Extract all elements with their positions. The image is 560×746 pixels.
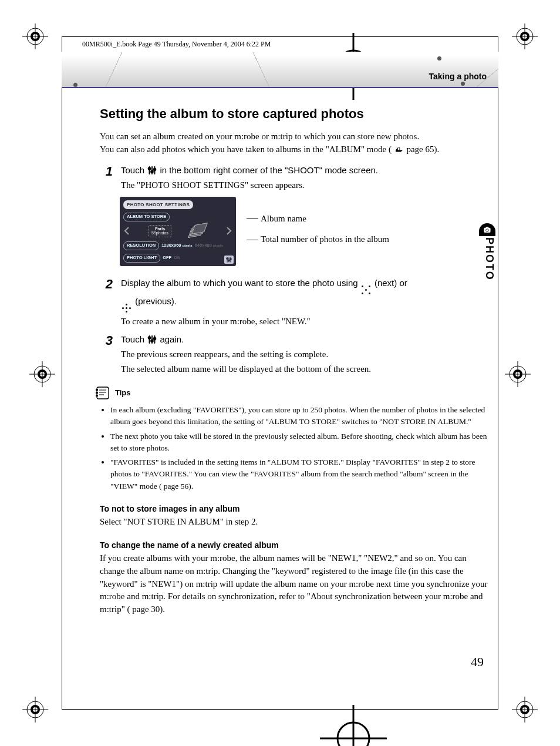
device-resolution-label: RESOLUTION <box>123 241 159 250</box>
tip-item: In each album (excluding "FAVORITES"), y… <box>110 404 493 428</box>
step-text: Touch <box>121 334 147 344</box>
intro-line: page 65). <box>406 145 439 154</box>
subsection-text: Select "NOT STORE IN ALBUM" in step 2. <box>100 516 493 529</box>
device-screen: PHOTO SHOOT SETTINGS ALBUM TO STORE Pari… <box>120 197 236 266</box>
intro-text: You can set an album created on your m:r… <box>100 130 493 156</box>
registration-mark-icon <box>505 361 531 387</box>
subsection-text: If you create albums with your m:robe, t… <box>100 552 493 616</box>
device-album-count: 55photos <box>151 231 168 236</box>
section-title: Taking a photo <box>429 72 487 81</box>
callout-album-name: Album name <box>247 213 389 226</box>
arrow-right-icon <box>225 226 232 236</box>
step-number: 2 <box>100 278 113 328</box>
device-album-label: ALBUM TO STORE <box>123 213 170 221</box>
tips-label: Tips <box>115 388 131 399</box>
step-2: 2 Display the album to which you want to… <box>100 277 493 328</box>
step-note: The previous screen reappears, and the s… <box>121 348 493 361</box>
step-text: again. <box>160 334 184 344</box>
subsection-heading: To not to store images in any album <box>100 503 493 515</box>
page-number: 49 <box>471 654 484 670</box>
step-note: To create a new album in your m:robe, se… <box>121 315 493 328</box>
crop-line <box>62 36 62 710</box>
tips-header: Tips <box>95 385 493 401</box>
device-title: PHOTO SHOOT SETTINGS <box>123 200 193 210</box>
device-resolution-selected: 1280x960 pixels <box>161 243 192 249</box>
device-resolution-alt: 640x480 pixels <box>195 243 223 249</box>
registration-mark-icon <box>22 697 48 723</box>
step-note: The "PHOTO SHOOT SETTINGS" screen appear… <box>121 179 493 192</box>
hand-pointer-icon <box>394 144 404 154</box>
device-figure: PHOTO SHOOT SETTINGS ALBUM TO STORE Pari… <box>120 197 493 266</box>
registration-mark-icon <box>29 361 55 387</box>
page-title: Setting the album to store captured phot… <box>100 105 493 123</box>
photo-stack-icon <box>190 224 207 238</box>
intro-line: You can set an album created on your m:r… <box>100 132 419 141</box>
device-light-off: OFF <box>163 255 171 261</box>
step-1: 1 Touch in the bottom right corner of th… <box>100 164 493 192</box>
header-bar: Taking a photo <box>62 52 498 88</box>
intro-line: You can also add photos which you have t… <box>100 145 392 154</box>
tip-item: "FAVORITES" is included in the setting i… <box>110 456 493 492</box>
step-number: 3 <box>100 334 113 376</box>
step-3: 3 Touch again. The previous screen reapp… <box>100 333 493 376</box>
notes-icon <box>95 385 110 401</box>
device-light-label: PHOTO LIGHT <box>123 254 160 263</box>
sliders-icon <box>224 256 234 264</box>
sliders-icon <box>147 334 157 345</box>
device-album-card: Paris 55photos <box>149 225 171 237</box>
step-text: in the bottom right corner of the "SHOOT… <box>160 165 378 175</box>
step-text: (previous). <box>135 296 177 306</box>
registration-mark-icon <box>22 23 48 49</box>
registration-mark-icon <box>512 23 538 49</box>
callout-total: Total number of photos in the album <box>247 233 389 246</box>
page-content: Setting the album to store captured phot… <box>100 105 493 616</box>
center-mark-icon <box>265 694 295 724</box>
device-light-on: ON <box>174 255 180 261</box>
tips-list: In each album (excluding "FAVORITES"), y… <box>110 404 493 492</box>
step-text: Display the album to which you want to s… <box>121 278 360 288</box>
crop-line <box>498 36 498 710</box>
step-text: (next) or <box>375 278 407 288</box>
arrow-left-icon <box>123 226 130 236</box>
registration-mark-icon <box>512 697 538 723</box>
subsection-heading: To change the name of a newly created al… <box>100 539 493 551</box>
tip-item: The next photo you take will be stored i… <box>110 431 493 455</box>
figure-callouts: Album name Total number of photos in the… <box>247 197 389 266</box>
step-number: 1 <box>100 165 113 192</box>
dots-next-icon <box>362 285 371 295</box>
device-album-name: Paris <box>151 227 168 231</box>
dots-prev-icon <box>122 304 131 313</box>
book-metadata-line: 00MR500i_E.book Page 49 Thursday, Novemb… <box>82 40 271 49</box>
sliders-icon <box>147 165 157 176</box>
step-note: The selected album name will be displaye… <box>121 363 493 376</box>
step-text: Touch <box>121 165 147 175</box>
